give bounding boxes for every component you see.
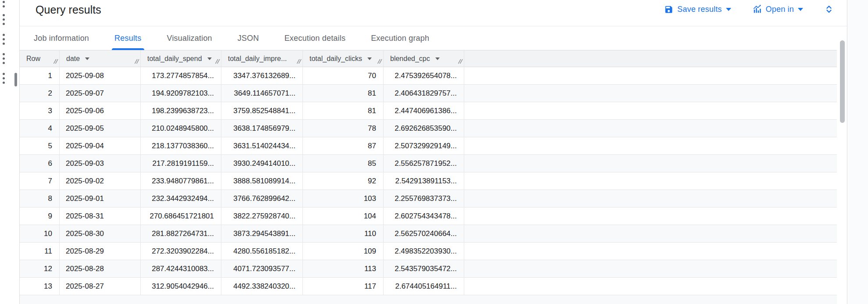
- data-cell[interactable]: 270.686451721801: [141, 207, 221, 225]
- column-header-total-daily-clicks[interactable]: total_daily_clicks: [303, 50, 384, 67]
- column-header-Row[interactable]: Row: [20, 50, 60, 67]
- row-number-cell[interactable]: 2: [20, 85, 60, 102]
- data-cell[interactable]: 87: [303, 137, 384, 154]
- row-number-cell[interactable]: 10: [20, 225, 60, 242]
- data-cell[interactable]: 3822.275928740...: [221, 207, 303, 225]
- drag-handle-icon[interactable]: [3, 34, 5, 45]
- tab-execution-details[interactable]: Execution details: [285, 26, 345, 50]
- data-cell[interactable]: 109: [303, 243, 384, 260]
- column-resize-icon[interactable]: [134, 58, 140, 66]
- data-cell[interactable]: 2025-09-04: [60, 137, 141, 154]
- data-cell[interactable]: 2025-09-01: [60, 190, 141, 207]
- data-cell[interactable]: 2.674405164911...: [384, 278, 464, 295]
- sort-caret-icon[interactable]: [207, 57, 212, 60]
- open-in-button[interactable]: Open in: [752, 4, 803, 14]
- data-cell[interactable]: 2.542913891153...: [384, 172, 464, 190]
- data-cell[interactable]: 3649.114657071...: [221, 85, 303, 102]
- data-cell[interactable]: 2.447406961386...: [384, 102, 464, 119]
- column-header-total-daily-spend[interactable]: total_daily_spend: [141, 50, 221, 67]
- data-cell[interactable]: 312.9054042946...: [141, 278, 221, 295]
- data-cell[interactable]: 3631.514024434...: [221, 137, 303, 154]
- expand-panel-button[interactable]: [824, 4, 834, 14]
- data-cell[interactable]: 3759.852548841...: [221, 102, 303, 119]
- data-cell[interactable]: 2025-09-08: [60, 67, 141, 84]
- drag-handle-icon[interactable]: [3, 53, 5, 64]
- panel-resize-handle[interactable]: [14, 73, 17, 86]
- row-number-cell[interactable]: 11: [20, 243, 60, 260]
- data-cell[interactable]: 3347.376132689...: [221, 67, 303, 84]
- row-number-cell[interactable]: 13: [20, 278, 60, 295]
- sort-caret-icon[interactable]: [85, 57, 89, 60]
- row-number-cell[interactable]: 6: [20, 155, 60, 172]
- sort-caret-icon[interactable]: [367, 57, 372, 60]
- save-results-button[interactable]: Save results: [664, 5, 731, 14]
- row-number-cell[interactable]: 5: [20, 137, 60, 154]
- data-cell[interactable]: 85: [303, 155, 384, 172]
- column-resize-icon[interactable]: [296, 58, 302, 66]
- vertical-scrollbar-thumb[interactable]: [840, 40, 845, 123]
- data-cell[interactable]: 3766.762899642...: [221, 190, 303, 207]
- data-cell[interactable]: 3888.581089914...: [221, 172, 303, 190]
- tab-json[interactable]: JSON: [238, 26, 259, 50]
- row-number-cell[interactable]: 8: [20, 190, 60, 207]
- data-cell[interactable]: 198.2399638723...: [141, 102, 221, 119]
- data-cell[interactable]: 110: [303, 225, 384, 242]
- data-cell[interactable]: 2.543579035472...: [384, 260, 464, 277]
- data-cell[interactable]: 272.3203902284...: [141, 243, 221, 260]
- data-cell[interactable]: 78: [303, 120, 384, 137]
- data-cell[interactable]: 2025-09-07: [60, 85, 141, 102]
- data-cell[interactable]: 2.498352203930...: [384, 243, 464, 260]
- data-cell[interactable]: 2.475392654078...: [384, 67, 464, 84]
- row-number-cell[interactable]: 1: [20, 67, 60, 84]
- data-cell[interactable]: 2.406431829757...: [384, 85, 464, 102]
- tab-job-information[interactable]: Job information: [34, 26, 89, 50]
- sort-caret-icon[interactable]: [435, 57, 440, 60]
- data-cell[interactable]: 2025-09-05: [60, 120, 141, 137]
- drag-handle-icon[interactable]: [3, 14, 5, 25]
- data-cell[interactable]: 4492.338240320...: [221, 278, 303, 295]
- data-cell[interactable]: 2025-09-02: [60, 172, 141, 190]
- column-resize-icon[interactable]: [377, 58, 383, 66]
- data-cell[interactable]: 103: [303, 190, 384, 207]
- data-cell[interactable]: 2.562570240664...: [384, 225, 464, 242]
- data-cell[interactable]: 113: [303, 260, 384, 277]
- tab-execution-graph[interactable]: Execution graph: [371, 26, 429, 50]
- data-cell[interactable]: 2025-08-29: [60, 243, 141, 260]
- column-header-blended-cpc[interactable]: blended_cpc: [384, 50, 464, 67]
- data-cell[interactable]: 232.3442932494...: [141, 190, 221, 207]
- tab-visualization[interactable]: Visualization: [167, 26, 212, 50]
- data-cell[interactable]: 2.255769837373...: [384, 190, 464, 207]
- column-header-date[interactable]: date: [60, 50, 141, 67]
- data-cell[interactable]: 173.2774857854...: [141, 67, 221, 84]
- data-cell[interactable]: 104: [303, 207, 384, 225]
- data-cell[interactable]: 117: [303, 278, 384, 295]
- data-cell[interactable]: 281.8827264731...: [141, 225, 221, 242]
- data-cell[interactable]: 2.602754343478...: [384, 207, 464, 225]
- data-cell[interactable]: 3638.174856979...: [221, 120, 303, 137]
- data-cell[interactable]: 287.4244310083...: [141, 260, 221, 277]
- data-cell[interactable]: 2.556257871952...: [384, 155, 464, 172]
- data-cell[interactable]: 2.692626853590...: [384, 120, 464, 137]
- drag-handle-icon[interactable]: [3, 73, 5, 84]
- row-number-cell[interactable]: 3: [20, 102, 60, 119]
- tab-results[interactable]: Results: [114, 26, 141, 50]
- data-cell[interactable]: 2.507329929149...: [384, 137, 464, 154]
- data-cell[interactable]: 2025-09-03: [60, 155, 141, 172]
- data-cell[interactable]: 2025-08-31: [60, 207, 141, 225]
- data-cell[interactable]: 70: [303, 67, 384, 84]
- data-cell[interactable]: 218.1377038360...: [141, 137, 221, 154]
- data-cell[interactable]: 3930.249414010...: [221, 155, 303, 172]
- row-number-cell[interactable]: 4: [20, 120, 60, 137]
- data-cell[interactable]: 4071.723093577...: [221, 260, 303, 277]
- data-cell[interactable]: 210.0248945800...: [141, 120, 221, 137]
- data-cell[interactable]: 2025-09-06: [60, 102, 141, 119]
- data-cell[interactable]: 4280.556185182...: [221, 243, 303, 260]
- data-cell[interactable]: 217.2819191159...: [141, 155, 221, 172]
- column-resize-icon[interactable]: [458, 58, 463, 66]
- drag-handle-icon[interactable]: [3, 0, 5, 7]
- column-resize-icon[interactable]: [53, 58, 59, 66]
- data-cell[interactable]: 92: [303, 172, 384, 190]
- row-number-cell[interactable]: 9: [20, 207, 60, 225]
- column-header-total-daily-impre[interactable]: total_daily_impre...: [221, 50, 303, 67]
- row-number-cell[interactable]: 12: [20, 260, 60, 277]
